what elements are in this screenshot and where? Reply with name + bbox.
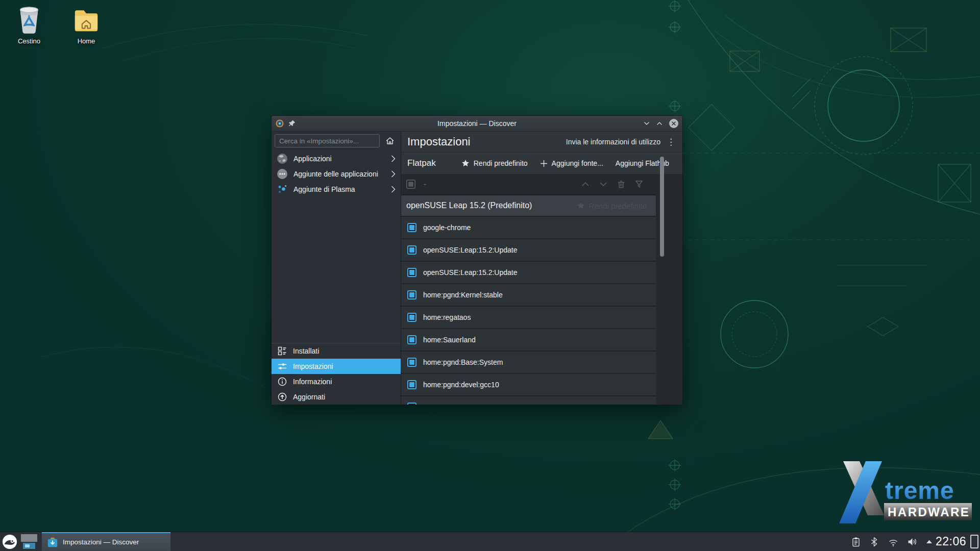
star-icon [577,202,585,210]
application-launcher-button[interactable] [0,532,19,551]
info-icon [278,377,287,386]
volume-tray-icon[interactable] [907,537,918,547]
titlebar[interactable]: Impostazioni — Discover [272,116,682,132]
make-default-button-disabled[interactable]: Rendi predefinito [577,202,651,210]
sidebar-item-label: Aggiunte di Plasma [293,185,355,193]
pager-desktop-1[interactable] [21,534,37,542]
home-button[interactable] [382,134,398,147]
move-up-button[interactable] [581,180,590,189]
sidebar-item-about[interactable]: Informazioni [272,374,401,389]
sidebar-item-applications[interactable]: Applicazioni [272,151,401,166]
add-source-button[interactable]: Aggiungi fonte... [540,159,603,167]
discover-window: Impostazioni — Discover [271,115,683,405]
sidebar-item-installed[interactable]: Installati [272,343,401,359]
logo-word-treme: treme [885,477,954,504]
xtreme-hardware-logo: treme HARDWARE [835,458,974,529]
digital-clock[interactable]: 22:06 [936,535,966,548]
repo-row[interactable]: openSUSE-Leap-15.2-1 [401,396,656,405]
delete-button[interactable] [617,180,626,189]
star-icon [461,159,470,167]
logo-word-hardware: HARDWARE [888,505,970,519]
sidebar-item-updates[interactable]: Aggiornati [272,389,401,405]
pin-icon[interactable] [288,120,296,127]
task-label: Impostazioni — Discover [63,538,139,546]
discover-app-icon[interactable] [276,119,284,128]
plasma-icon [277,184,288,195]
repo-checkbox[interactable] [407,358,416,367]
filter-value: - [424,180,426,188]
settings-sliders-icon [278,362,287,371]
overflow-menu-button[interactable]: ⋮ [667,138,675,146]
usage-info-link[interactable]: Invia le informazioni di utilizzo [566,138,660,146]
pager-desktop-2[interactable] [23,543,35,549]
repo-row[interactable]: google-chrome [401,217,656,239]
show-desktop-button[interactable] [970,535,978,548]
repo-checkbox[interactable] [407,245,416,255]
wifi-tray-icon[interactable] [888,537,899,547]
desktop-icon-trash[interactable]: Cestino [9,4,49,45]
repo-row[interactable]: openSUSE:Leap:15.2:Update [401,239,656,262]
sidebar-item-plasma-addons[interactable]: Aggiunte di Plasma [272,182,401,197]
minimize-button[interactable] [644,120,650,127]
search-input[interactable] [275,134,380,147]
repo-checkbox[interactable] [407,403,416,405]
source-group-title: openSUSE Leap 15.2 (Predefinito) [406,201,532,210]
sidebar-item-label: Installati [293,347,319,355]
virtual-desktop-pager[interactable] [19,533,40,550]
sidebar-item-label: Impostazioni [293,362,333,370]
repo-checkbox[interactable] [407,290,416,299]
taskbar: Impostazioni — Discover 22:06 [0,532,980,551]
repo-label: home:pgnd:devel:gcc10 [423,381,499,389]
sources-list: - [401,174,682,405]
bluetooth-tray-icon[interactable] [869,537,879,547]
repo-checkbox[interactable] [407,313,416,322]
repo-label: home:regataos [423,313,471,321]
repo-checkbox[interactable] [407,380,416,389]
sidebar-item-settings[interactable]: Impostazioni [272,359,401,374]
source-group-header: openSUSE Leap 15.2 (Predefinito) Rendi p… [401,195,656,217]
sidebar-item-label: Aggiunte delle applicazioni [293,170,378,178]
repo-label: home:pgnd:Base:System [423,358,503,366]
repo-label: home:pgnd:Kernel:stable [423,291,503,299]
tray-expand-icon[interactable] [926,539,933,544]
repo-checkbox[interactable] [407,268,416,277]
backend-toolbar: Flatpak Rendi predefinito Aggiungi fonte… [401,153,682,174]
close-button[interactable] [669,119,678,128]
home-folder-icon [72,4,101,36]
select-all-checkbox[interactable] [406,180,415,189]
addons-ellipsis-icon [277,168,288,180]
sidebar-item-application-addons[interactable]: Aggiunte delle applicazioni [272,166,401,182]
repo-label: openSUSE-Leap-15.2-1 [423,403,499,405]
chevron-right-icon [391,155,396,162]
repo-row[interactable]: home:pgnd:devel:gcc10 [401,374,656,396]
opensuse-geeko-icon [2,534,17,549]
repo-label: home:Sauerland [423,336,476,344]
filter-button[interactable] [634,180,644,189]
page-title: Impostazioni [407,135,471,148]
repo-label: google-chrome [423,223,471,232]
repo-row[interactable]: home:regataos [401,307,656,329]
discover-task-icon [47,537,58,548]
plus-icon [540,160,548,167]
repo-checkbox[interactable] [407,335,416,344]
clipboard-tray-icon[interactable] [851,537,861,547]
sidebar-item-label: Aggiornati [293,393,325,401]
repo-row[interactable]: home:pgnd:Kernel:stable [401,284,656,307]
repo-label: openSUSE:Leap:15.2:Update [423,268,517,277]
repo-row[interactable]: home:Sauerland [401,329,656,352]
repo-row[interactable]: home:pgnd:Base:System [401,352,656,374]
list-scrollbar[interactable] [660,157,664,257]
desktop-icon-home[interactable]: Home [66,4,106,45]
house-icon [385,136,395,145]
maximize-button[interactable] [656,120,663,127]
taskbar-task-discover[interactable]: Impostazioni — Discover [42,532,170,551]
make-default-button[interactable]: Rendi predefinito [461,159,528,167]
move-down-button[interactable] [599,180,608,189]
sidebar-item-label: Informazioni [293,378,332,386]
repo-row[interactable]: openSUSE:Leap:15.2:Update [401,262,656,284]
trash-icon [15,4,43,36]
desktop-icon-label: Home [66,37,106,45]
desktop-icon-label: Cestino [9,37,49,45]
updates-icon [278,392,287,402]
repo-checkbox[interactable] [407,223,416,232]
